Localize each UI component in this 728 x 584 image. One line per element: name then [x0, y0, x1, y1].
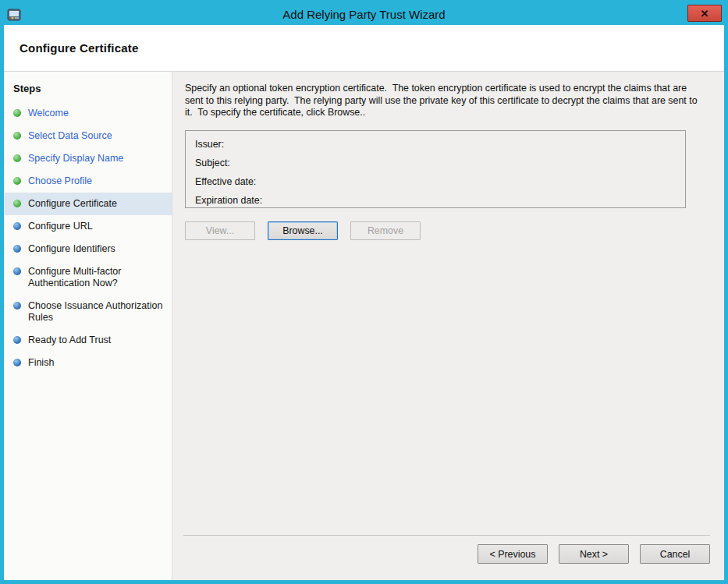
- next-button[interactable]: Next >: [559, 544, 629, 564]
- content-pane: Specify an optional token encryption cer…: [172, 72, 724, 580]
- certificate-effective-date-row: Effective date:: [195, 172, 676, 191]
- steps-sidebar: Steps Welcome Select Data Source Specify…: [4, 72, 172, 580]
- titlebar: Add Relying Party Trust Wizard ✕: [4, 4, 724, 25]
- remove-button: Remove: [350, 221, 421, 240]
- step-finish: Finish: [4, 352, 172, 374]
- step-configure-mfa: Configure Multi-factor Authentication No…: [4, 260, 172, 295]
- step-done-icon: [13, 177, 21, 185]
- browse-button[interactable]: Browse...: [268, 221, 338, 240]
- app-icon: [6, 7, 22, 23]
- step-label: Welcome: [28, 108, 69, 119]
- previous-button[interactable]: < Previous: [478, 544, 548, 564]
- step-pending-icon: [13, 302, 21, 310]
- step-pending-icon: [13, 336, 21, 344]
- step-label: Configure Multi-factor Authentication No…: [28, 266, 165, 289]
- page-title: Configure Certificate: [20, 41, 139, 55]
- issuer-label: Issuer:: [195, 139, 224, 150]
- close-button[interactable]: ✕: [687, 5, 722, 22]
- step-specify-display-name[interactable]: Specify Display Name: [4, 147, 172, 170]
- step-label: Choose Issuance Authorization Rules: [28, 300, 165, 324]
- wizard-window: Add Relying Party Trust Wizard ✕ Configu…: [0, 0, 728, 584]
- step-pending-icon: [13, 222, 21, 230]
- step-label: Choose Profile: [28, 175, 92, 187]
- expiration-date-label: Expiration date:: [195, 195, 262, 206]
- window-title: Add Relying Party Trust Wizard: [4, 8, 724, 21]
- certificate-issuer-row: Issuer:: [195, 135, 676, 154]
- step-current-icon: [13, 200, 21, 207]
- step-label: Ready to Add Trust: [28, 334, 111, 346]
- step-welcome[interactable]: Welcome: [4, 102, 172, 125]
- step-ready-to-add-trust: Ready to Add Trust: [4, 329, 172, 352]
- step-choose-issuance-rules: Choose Issuance Authorization Rules: [4, 295, 172, 329]
- subject-label: Subject:: [195, 158, 230, 168]
- step-pending-icon: [13, 267, 21, 275]
- step-done-icon: [13, 109, 21, 117]
- step-choose-profile[interactable]: Choose Profile: [4, 170, 172, 193]
- close-icon: ✕: [701, 9, 709, 19]
- certificate-subject-row: Subject:: [195, 154, 676, 172]
- step-done-icon: [13, 132, 21, 140]
- step-configure-identifiers: Configure Identifiers: [4, 238, 172, 260]
- step-label: Specify Display Name: [28, 153, 123, 165]
- certificate-details-box: Issuer: Subject: Effective date: Expirat…: [185, 130, 686, 208]
- cancel-button[interactable]: Cancel: [640, 544, 710, 564]
- effective-date-label: Effective date:: [195, 176, 256, 187]
- step-pending-icon: [13, 245, 21, 253]
- step-label: Configure Certificate: [28, 198, 117, 210]
- step-configure-url: Configure URL: [4, 215, 172, 238]
- page-header: Configure Certificate: [4, 25, 724, 72]
- step-done-icon: [13, 154, 21, 162]
- step-configure-certificate: Configure Certificate: [4, 193, 172, 215]
- step-pending-icon: [13, 359, 21, 366]
- wizard-footer: < Previous Next > Cancel: [183, 535, 710, 580]
- step-label: Configure URL: [28, 221, 93, 232]
- view-button: View...: [185, 221, 255, 240]
- step-select-data-source[interactable]: Select Data Source: [4, 125, 172, 147]
- wizard-body: Steps Welcome Select Data Source Specify…: [4, 72, 724, 580]
- certificate-expiration-date-row: Expiration date:: [195, 191, 676, 210]
- step-label: Finish: [28, 357, 54, 369]
- step-label: Select Data Source: [28, 130, 112, 142]
- step-label: Configure Identifiers: [28, 243, 115, 255]
- certificate-actions: View... Browse... Remove: [185, 221, 710, 240]
- steps-header: Steps: [4, 75, 172, 102]
- description-text: Specify an optional token encryption cer…: [185, 83, 700, 119]
